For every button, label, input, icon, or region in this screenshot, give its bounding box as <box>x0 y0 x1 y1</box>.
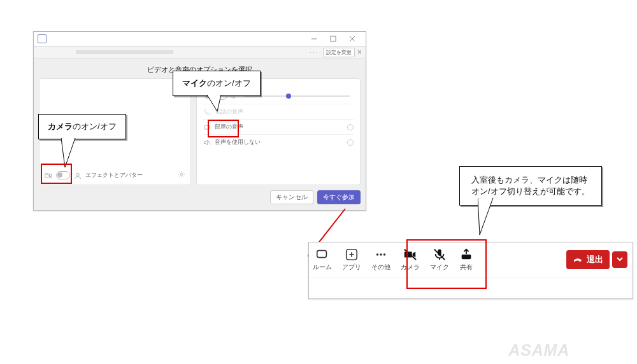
no-audio-radio[interactable] <box>347 139 354 146</box>
watermark: ASAMA <box>503 341 631 360</box>
svg-point-7 <box>180 173 183 176</box>
avatar-icon <box>74 172 82 179</box>
video-settings-gear-icon[interactable] <box>178 171 185 179</box>
no-audio-label[interactable]: 音声を使用しない <box>215 138 261 146</box>
room-button[interactable]: ルーム <box>313 248 332 272</box>
title-bar <box>34 32 366 46</box>
room-reaction-icon <box>315 248 329 262</box>
svg-point-6 <box>76 173 80 176</box>
no-audio-icon <box>203 139 211 146</box>
more-menu-icon[interactable]: ··· <box>310 48 319 56</box>
room-audio-radio[interactable] <box>347 124 354 130</box>
more-button[interactable]: その他 <box>371 248 390 272</box>
callout-after-line2: オン/オフ切り替えが可能です。 <box>471 186 590 197</box>
svg-line-11 <box>208 141 210 144</box>
callout-after-tail <box>478 198 498 237</box>
svg-point-26 <box>383 253 386 256</box>
more-label: その他 <box>371 263 390 272</box>
svg-marker-15 <box>62 138 75 139</box>
change-settings-button[interactable]: 設定を変更 <box>323 48 355 57</box>
svg-rect-20 <box>317 251 327 258</box>
highlight-toolbar-cam-mic <box>406 239 487 289</box>
svg-rect-1 <box>331 36 336 41</box>
effects-avatar-label[interactable]: エフェクトとアバター <box>85 171 143 179</box>
leave-button[interactable]: 退出 <box>566 250 610 269</box>
banner-close-icon[interactable]: × <box>357 48 362 57</box>
callout-camera: カメラのオン/オフ <box>38 114 126 139</box>
callout-mic-tail <box>207 95 226 114</box>
join-now-button[interactable]: 今すぐ参加 <box>317 190 361 204</box>
highlight-camera-toggle <box>41 164 72 184</box>
cancel-button[interactable]: キャンセル <box>270 190 313 204</box>
svg-point-24 <box>376 253 379 256</box>
teams-app-icon <box>38 34 47 43</box>
svg-text:ASAMA: ASAMA <box>508 341 569 359</box>
close-button[interactable] <box>343 33 362 45</box>
apps-button[interactable]: アプリ <box>342 248 361 272</box>
svg-marker-12 <box>207 95 221 111</box>
minimize-button[interactable] <box>304 33 324 45</box>
callout-after-line1: 入室後もカメラ、マイクは随時 <box>471 174 590 186</box>
leave-menu-button[interactable] <box>612 251 627 268</box>
leave-label: 退出 <box>587 254 603 265</box>
svg-marker-13 <box>208 95 220 95</box>
svg-point-25 <box>380 253 382 256</box>
room-label: ルーム <box>313 263 332 272</box>
info-banner: ··· 設定を変更 × <box>34 46 366 59</box>
svg-marker-18 <box>478 198 493 235</box>
callout-mic: マイクのオン/オフ <box>173 71 261 96</box>
highlight-mic-toggle <box>208 120 239 137</box>
hangup-icon <box>573 255 583 265</box>
plus-square-icon <box>345 248 359 262</box>
more-ellipsis-icon <box>374 248 388 262</box>
apps-label: アプリ <box>342 263 361 272</box>
svg-marker-19 <box>478 198 492 199</box>
maximize-button[interactable] <box>324 33 343 45</box>
